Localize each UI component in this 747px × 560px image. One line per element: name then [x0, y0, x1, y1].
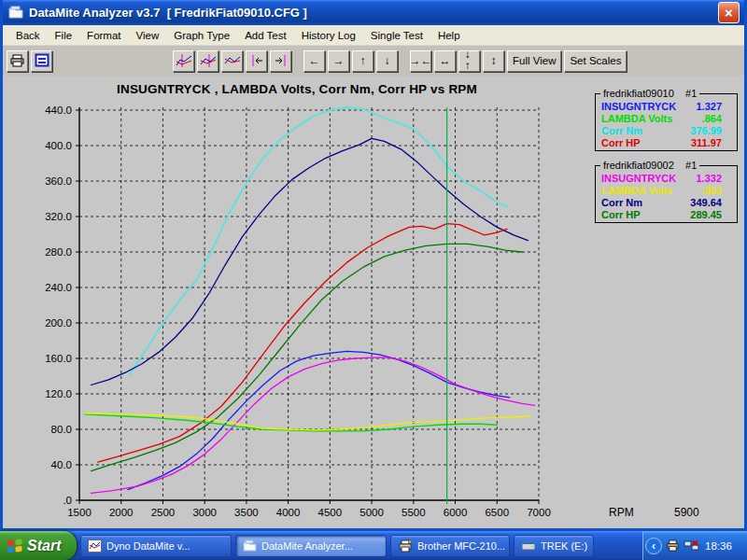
task-label: DataMite Analyzer...	[261, 540, 353, 552]
desktop: DataMite Analyzer v3.7 [ FredrikFiat0901…	[0, 0, 747, 560]
title-bar[interactable]: DataMite Analyzer v3.7 [ FredrikFiat0901…	[3, 0, 744, 25]
app-window: DataMite Analyzer v3.7 [ FredrikFiat0901…	[0, 0, 747, 531]
x-tick-label: 5500	[402, 507, 426, 518]
menu-item-back[interactable]: Back	[8, 28, 48, 43]
zoom-in-x-button[interactable]: →←	[410, 50, 431, 72]
full-view-button[interactable]: Full View	[507, 50, 561, 72]
expand-horizontal-icon: ↔	[440, 54, 451, 67]
task-label: TREK (E:)	[541, 540, 587, 552]
y-tick-label: .0	[63, 495, 72, 506]
channel-label: Corr Nm	[601, 125, 642, 137]
dyno-chart: 440.0400.0360.0320.0280.0240.0200.0160.0…	[3, 76, 595, 533]
cursor-step-right-button[interactable]	[270, 50, 291, 72]
channel-value: 311.97	[691, 137, 722, 149]
x-tick-label: 4000	[276, 507, 301, 518]
menu-item-help[interactable]: Help	[430, 28, 468, 43]
test-box-header: fredrikfiat09002 #1	[600, 160, 699, 171]
channel-label: LAMBDA Volts	[601, 185, 672, 197]
network-error-icon	[684, 539, 699, 553]
menu-bar: BackFileFormatViewGraph TypeAdd TestHist…	[3, 25, 744, 45]
menu-item-history-log[interactable]: History Log	[294, 28, 363, 43]
channel-label: LAMBDA Volts	[601, 113, 672, 125]
task-buttons: Dyno DataMite v...DataMite Analyzer...Br…	[77, 531, 642, 560]
compress-vertical-icon: →←	[463, 49, 476, 72]
report-icon	[35, 53, 49, 68]
menu-item-file[interactable]: File	[48, 28, 80, 43]
curve-insugntryck-2	[92, 357, 535, 493]
pan-down-button[interactable]: ↓	[376, 50, 398, 72]
window-title: DataMite Analyzer v3.7 [ FredrikFiat0901…	[29, 6, 712, 20]
channel-label: INSUGNTRYCK	[601, 101, 676, 113]
drive-icon	[521, 540, 536, 552]
channel-value: .953	[702, 185, 722, 197]
menu-item-format[interactable]: Format	[79, 28, 128, 43]
pan-right-button[interactable]: →	[328, 50, 349, 72]
curve-lambda-1	[84, 414, 497, 431]
test-box-fredrikfiat09002: fredrikfiat09002 #1INSUGNTRYCK1.332LAMBD…	[595, 165, 738, 223]
set-scales-button[interactable]: Set Scales	[564, 50, 627, 72]
channel-value: 1.327	[696, 101, 722, 113]
y-tick-label: 360.0	[45, 175, 72, 187]
legend-row-lambda-volts: LAMBDA Volts.864	[599, 113, 733, 125]
graph-cursor-a-button[interactable]	[173, 50, 194, 72]
channel-label: Corr HP	[601, 209, 641, 221]
task-button-dyno-datamite-v[interactable]: Dyno DataMite v...	[80, 535, 232, 557]
printer-icon	[9, 53, 25, 68]
channel-label: Corr HP	[601, 137, 641, 149]
expand-vertical-icon: ↕	[491, 54, 497, 67]
task-button-brother-mfc-210[interactable]: Brother MFC-210...	[390, 535, 510, 557]
menu-item-add-test[interactable]: Add Test	[237, 28, 294, 43]
zoom-out-x-button[interactable]: ↔	[434, 50, 456, 72]
y-tick-label: 40.0	[51, 459, 72, 470]
pan-left-button[interactable]: ←	[303, 50, 325, 72]
graph-lines-icon	[224, 53, 241, 68]
pan-up-button[interactable]: ↑	[352, 50, 374, 72]
print-button[interactable]	[7, 50, 28, 72]
printer-icon	[398, 539, 413, 553]
x-tick-label: 2500	[151, 507, 176, 518]
test-box-header: fredrikfiat09010 #1	[600, 88, 699, 99]
task-label: Dyno DataMite v...	[106, 540, 190, 552]
curve-lambda-2	[84, 413, 530, 430]
app-icon	[8, 6, 23, 20]
cursor-step-left-button[interactable]	[246, 50, 267, 72]
cursor-right-icon	[273, 53, 289, 68]
x-tick-label: 3000	[192, 507, 217, 518]
menu-item-graph-type[interactable]: Graph Type	[166, 28, 237, 43]
right-arrow-icon: →	[333, 54, 345, 67]
y-tick-label: 80.0	[51, 424, 72, 435]
x-tick-label: 3500	[234, 507, 259, 518]
y-tick-label: 160.0	[45, 353, 72, 364]
x-tick-label: 5000	[359, 507, 384, 518]
x-tick-label: 7000	[527, 507, 551, 518]
legend-row-insugntryck: INSUGNTRYCK1.332	[599, 173, 733, 185]
graph-lines-button[interactable]	[221, 50, 243, 72]
x-tick-label: 6500	[485, 507, 509, 518]
y-tick-label: 400.0	[45, 140, 72, 151]
close-button[interactable]: ×	[718, 2, 740, 23]
menu-item-single-test[interactable]: Single Test	[363, 28, 430, 43]
start-button[interactable]: Start	[0, 531, 77, 560]
graph-cursor-b-button[interactable]	[197, 50, 218, 72]
menu-item-view[interactable]: View	[129, 28, 167, 43]
x-tick-label: 2000	[109, 507, 134, 518]
system-tray: ‹18:36	[642, 531, 747, 560]
clock: 18:36	[705, 540, 732, 552]
folder-icon	[243, 539, 257, 552]
test-box-fredrikfiat09010: fredrikfiat09010 #1INSUGNTRYCK1.327LAMBD…	[595, 93, 738, 151]
channel-value: 349.64	[690, 197, 722, 209]
y-tick-label: 200.0	[45, 317, 72, 329]
x-tick-label: 6000	[444, 507, 468, 518]
toolbar: ←→↑↓→←↔→←↕Full ViewSet Scales	[3, 45, 744, 76]
zoom-in-y-button[interactable]: →←	[458, 50, 480, 72]
graph-cursor-icon	[176, 53, 192, 68]
task-button-datamite-analyzer[interactable]: DataMite Analyzer...	[235, 535, 387, 557]
y-tick-label: 120.0	[45, 388, 72, 399]
left-arrow-icon: ←	[309, 54, 320, 67]
report-button[interactable]	[31, 50, 52, 72]
collapse-chevron-icon[interactable]: ‹	[645, 538, 662, 554]
zoom-out-y-button[interactable]: ↕	[483, 50, 504, 72]
up-arrow-icon: ↑	[360, 54, 366, 67]
cursor-left-icon	[248, 53, 265, 68]
task-button-trek-e[interactable]: TREK (E:)	[514, 535, 594, 557]
